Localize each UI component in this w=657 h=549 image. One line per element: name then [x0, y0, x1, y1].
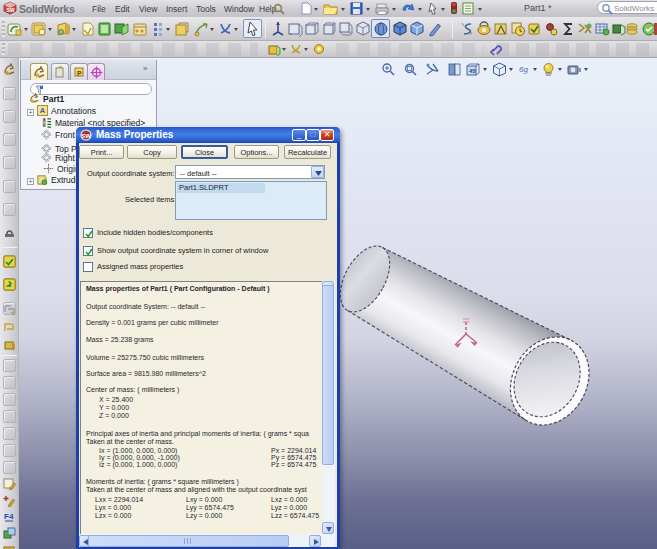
svg-text:6g: 6g: [519, 65, 528, 74]
svg-text:SW: SW: [6, 7, 14, 13]
svg-text:SW: SW: [81, 133, 91, 139]
svg-text:45: 45: [469, 68, 476, 74]
